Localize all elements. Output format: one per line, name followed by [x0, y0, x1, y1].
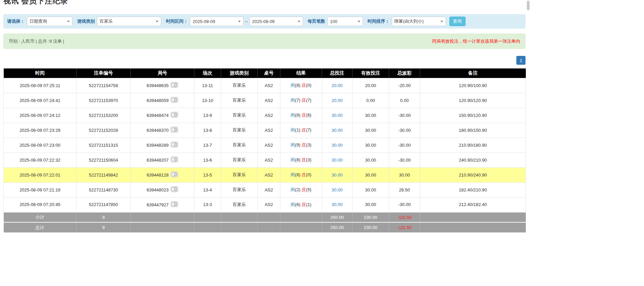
scrollbar-thumb[interactable] — [527, 1, 530, 10]
column-header: 游戏类别 — [221, 68, 258, 78]
session-cell: 13-6 — [194, 152, 221, 167]
table-no-cell: AS2 — [258, 138, 280, 152]
round-cell: 639448023 — [131, 182, 194, 197]
total-bet-link[interactable]: 30.00 — [331, 187, 343, 192]
summary-empty-cell — [258, 222, 280, 232]
game-result-icon[interactable] — [171, 186, 178, 193]
result-cell: 闲(8) 庄(0) — [280, 78, 322, 93]
time-cell: 2025-08-09 07:24:12 — [4, 108, 77, 123]
game-result-icon[interactable] — [171, 157, 178, 163]
summary-empty-cell — [131, 212, 194, 222]
column-header: 注单编号 — [77, 68, 131, 78]
banker-result-label: 庄 — [302, 187, 306, 192]
player-result-label: 闲 — [291, 202, 295, 207]
valid-bet-cell: 0.00 — [352, 93, 389, 108]
summary-row: 总计9250.00230.00-111.50 — [4, 222, 526, 232]
query-type-select[interactable]: 日期查询 — [27, 17, 72, 26]
sort-order-select[interactable]: 降冪(由大到小) — [392, 17, 446, 26]
total-bet-link[interactable]: 30.00 — [331, 128, 343, 133]
round-cell: 639448207 — [131, 152, 194, 167]
session-cell: 13-5 — [194, 167, 221, 182]
summary-empty-cell — [221, 212, 258, 222]
banker-result-label: 庄 — [302, 83, 306, 88]
query-button[interactable]: 查询 — [449, 17, 466, 26]
banker-result-score: (0) — [306, 172, 312, 177]
page-title: 视讯 会员下注纪录 — [3, 0, 525, 6]
summary-payout-cell: -111.50 — [389, 222, 420, 232]
total-bet-link[interactable]: 20.00 — [331, 83, 343, 88]
banker-result-score: (3) — [306, 157, 312, 162]
banker-result-label: 庄 — [302, 172, 306, 177]
game-type-cell: 百家乐 — [221, 108, 258, 123]
total-bet-link[interactable]: 30.00 — [331, 172, 343, 178]
note-cell: 210.90/240.90 — [420, 167, 526, 182]
summary-bar: 币别 : 人民币 | 总共 :9 注单 | 同局有效投注，统一计算在该局第一张注… — [3, 34, 525, 49]
note-cell: 150.90/120.90 — [420, 108, 526, 123]
total-bet-link[interactable]: 30.00 — [331, 143, 343, 148]
date-from-input[interactable]: 2025-08-09 — [190, 17, 243, 26]
session-cell: 13-10 — [194, 93, 221, 108]
chevron-down-icon — [67, 21, 70, 22]
bet-id-cell: 522721152028 — [77, 123, 131, 138]
game-result-icon[interactable] — [171, 201, 178, 208]
result-cell: 闲(2) 庄(5) — [280, 182, 322, 197]
game-result-icon[interactable] — [171, 112, 178, 119]
payout-cell: -30.00 — [389, 197, 420, 212]
summary-empty-cell — [194, 222, 221, 232]
round-cell: 639447927 — [131, 197, 194, 212]
column-header: 总派彩 — [389, 68, 420, 78]
summary-total-bet-cell: 250.00 — [322, 212, 352, 222]
summary-row: 小计9250.00230.00-111.50 — [4, 212, 526, 222]
result-cell: 闲(7) 庄(7) — [280, 93, 322, 108]
banker-result-label: 庄 — [302, 127, 306, 132]
column-header: 总投注 — [322, 68, 352, 78]
table-no-cell: AS2 — [258, 182, 280, 197]
banker-result-score: (6) — [306, 113, 312, 118]
table-row: 2025-08-09 07:25:11522721154758639448635… — [4, 78, 526, 93]
total-bet-link[interactable]: 30.00 — [331, 202, 343, 207]
sort-order-value: 降冪(由大到小) — [394, 18, 424, 24]
summary-count-cell: 9 — [77, 222, 131, 232]
round-number: 639448559 — [147, 98, 169, 103]
summary-empty-cell — [420, 212, 526, 222]
game-type-select[interactable]: 百家乐 — [97, 17, 161, 26]
game-result-icon[interactable] — [171, 142, 178, 148]
player-result-score: (8) — [295, 172, 302, 177]
table-row: 2025-08-09 07:24:41522721153970639448559… — [4, 93, 526, 108]
bet-id-cell: 522721153200 — [77, 108, 131, 123]
table-no-cell: AS2 — [258, 108, 280, 123]
time-cell: 2025-08-09 07:23:00 — [4, 138, 77, 152]
summary-total-bet-cell: 250.00 — [322, 222, 352, 232]
session-cell: 13-3 — [194, 197, 221, 212]
total-bet-link[interactable]: 30.00 — [331, 113, 343, 118]
banker-result-score: (7) — [306, 127, 312, 132]
player-result-score: (1) — [295, 127, 302, 132]
game-result-icon[interactable] — [171, 127, 178, 134]
game-result-icon[interactable] — [171, 82, 178, 89]
game-result-icon[interactable] — [171, 171, 178, 178]
time-cell: 2025-08-09 07:23:29 — [4, 123, 77, 138]
pagination: 1 — [3, 56, 525, 65]
summary-valid-bet-cell: 230.00 — [352, 212, 389, 222]
date-from-value: 2025-08-09 — [193, 19, 215, 24]
chevron-down-icon — [298, 21, 300, 22]
player-result-score: (8) — [295, 157, 302, 162]
game-type-cell: 百家乐 — [221, 152, 258, 167]
query-type-value: 日期查询 — [29, 18, 47, 24]
total-bet-link[interactable]: 30.00 — [331, 158, 343, 163]
payout-cell: 28.50 — [389, 182, 420, 197]
page-size-label: 每页笔数 — [308, 18, 325, 24]
page-button-1[interactable]: 1 — [516, 56, 525, 65]
chevron-down-icon — [358, 21, 360, 22]
table-row: 2025-08-09 07:23:29522721152028639448370… — [4, 123, 526, 138]
banker-result-label: 庄 — [302, 113, 306, 118]
table-no-cell: AS2 — [258, 152, 280, 167]
date-to-input[interactable]: 2025-08-09 — [250, 17, 303, 26]
total-bet-link[interactable]: 20.00 — [331, 98, 343, 103]
page-size-select[interactable]: 100 — [327, 17, 363, 26]
game-type-cell: 百家乐 — [221, 182, 258, 197]
banker-result-score: (3) — [306, 142, 312, 147]
summary-count-cell: 9 — [77, 212, 131, 222]
round-number: 639448207 — [147, 158, 169, 163]
game-result-icon[interactable] — [171, 97, 178, 104]
